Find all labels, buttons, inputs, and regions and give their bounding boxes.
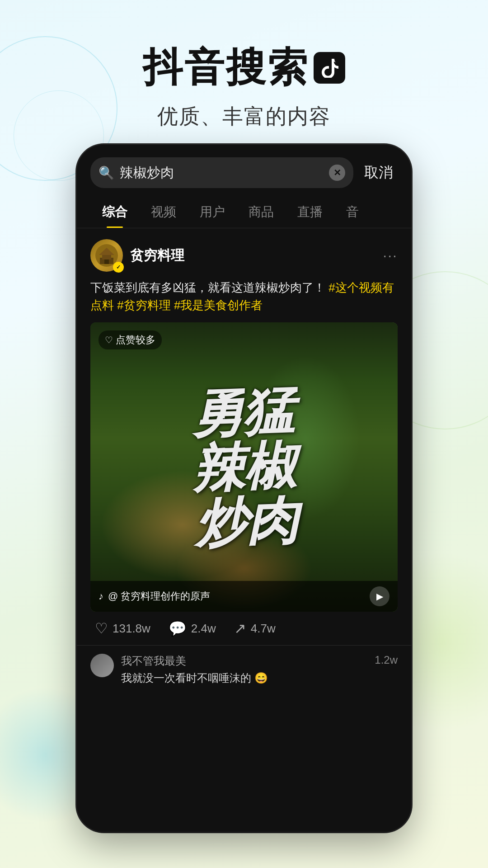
avatar-wrap: ✓ (90, 239, 123, 272)
comment-preview: 我不管我最美 我就没一次看时不咽唾沫的 😄 1.2w (77, 645, 411, 693)
comment-icon: 💬 (169, 620, 187, 637)
engagement-row: ♡ 131.8w 💬 2.4w ↗ 4.7w (90, 612, 398, 645)
post-header: ✓ 贫穷料理 ··· (90, 239, 398, 272)
tab-直播[interactable]: 直播 (286, 196, 334, 228)
comment-count: 1.2w (375, 654, 398, 666)
tiktok-logo-icon (314, 52, 345, 84)
share-icon: ↗ (234, 620, 246, 637)
likes-item[interactable]: ♡ 131.8w (95, 620, 150, 637)
post-text: 下饭菜到底有多凶猛，就看这道辣椒炒肉了！ #这个视频有点料 #贫穷料理 #我是美… (90, 279, 398, 314)
comment-avatar (90, 654, 114, 677)
svg-rect-4 (104, 259, 109, 264)
app-title-text: 抖音搜索 (143, 41, 309, 94)
commenter-name: 我不管我最美 (121, 654, 367, 668)
clear-button[interactable]: ✕ (329, 165, 345, 181)
audio-bar: ♪ @ 贫穷料理创作的原声 ▶ (90, 581, 398, 612)
tab-label: 视频 (151, 205, 176, 219)
tabs-row: 综合 视频 用户 商品 直播 音 (77, 196, 411, 228)
post-user-left: ✓ 贫穷料理 (90, 239, 184, 272)
search-input-wrap[interactable]: 🔍 辣椒炒肉 ✕ (90, 157, 353, 188)
tab-label: 音 (346, 205, 359, 219)
video-big-text: 勇猛辣椒炒肉 (190, 383, 298, 551)
tab-音[interactable]: 音 (334, 196, 371, 228)
tab-label: 直播 (297, 205, 323, 219)
likes-count: 131.8w (113, 622, 150, 636)
search-query: 辣椒炒肉 (120, 164, 324, 182)
shares-item[interactable]: ↗ 4.7w (234, 620, 276, 637)
post-card: ✓ 贫穷料理 ··· 下饭菜到底有多凶猛，就看这道辣椒炒肉了！ #这个视频有点料… (77, 228, 411, 645)
tab-label: 用户 (200, 205, 225, 219)
video-text-overlay: 勇猛辣椒炒肉 (90, 322, 398, 612)
comment-content: 我不管我最美 我就没一次看时不咽唾沫的 😄 (121, 654, 367, 685)
tab-用户[interactable]: 用户 (188, 196, 237, 228)
tab-视频[interactable]: 视频 (139, 196, 188, 228)
search-icon: 🔍 (99, 165, 114, 180)
cancel-button[interactable]: 取消 (360, 163, 398, 183)
audio-text: @ 贫穷料理创作的原声 (108, 590, 210, 603)
post-main-text: 下饭菜到底有多凶猛，就看这道辣椒炒肉了！ (90, 281, 325, 294)
tab-label: 商品 (249, 205, 274, 219)
tiktok-audio-icon: ♪ (99, 590, 103, 602)
tab-商品[interactable]: 商品 (237, 196, 286, 228)
phone-mockup: 🔍 辣椒炒肉 ✕ 取消 综合 视频 用户 商品 直播 音 (77, 145, 411, 832)
search-bar: 🔍 辣椒炒肉 ✕ 取消 (77, 145, 411, 196)
phone-screen: 🔍 辣椒炒肉 ✕ 取消 综合 视频 用户 商品 直播 音 (77, 145, 411, 832)
subtitle: 优质、丰富的内容 (0, 103, 488, 131)
video-content: ♡ 点赞较多 勇猛辣椒炒肉 ♪ @ 贫穷料理创作的原声 ▶ (90, 322, 398, 612)
app-title: 抖音搜索 (143, 41, 345, 94)
shares-count: 4.7w (251, 622, 276, 636)
play-button[interactable]: ▶ (370, 586, 389, 606)
audio-info: ♪ @ 贫穷料理创作的原声 (99, 590, 210, 603)
username[interactable]: 贫穷料理 (130, 246, 184, 265)
tab-综合[interactable]: 综合 (90, 196, 139, 228)
more-options-icon[interactable]: ··· (383, 247, 398, 264)
header-section: 抖音搜索 优质、丰富的内容 (0, 0, 488, 153)
comment-text: 我就没一次看时不咽唾沫的 😄 (121, 671, 367, 685)
comments-count: 2.4w (191, 622, 216, 636)
verified-badge: ✓ (113, 262, 124, 273)
comments-item[interactable]: 💬 2.4w (169, 620, 216, 637)
tab-label: 综合 (102, 205, 127, 219)
heart-icon: ♡ (95, 620, 108, 637)
video-thumbnail[interactable]: ♡ 点赞较多 勇猛辣椒炒肉 ♪ @ 贫穷料理创作的原声 ▶ (90, 322, 398, 612)
